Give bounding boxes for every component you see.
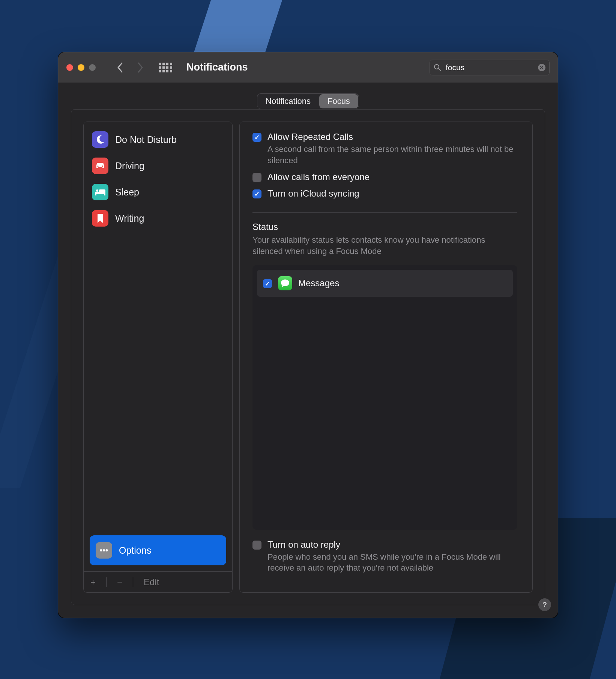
zoom-window-button[interactable] [89,64,96,71]
sidebar-footer: + − Edit [84,571,232,592]
mode-writing[interactable]: Writing [88,205,228,231]
svg-point-3 [102,165,103,167]
divider [106,577,107,587]
tab-bar: Notifications Focus [58,83,558,109]
checkbox[interactable] [252,133,261,142]
checkbox[interactable] [263,279,272,288]
mode-sleep[interactable]: Sleep [88,179,228,205]
svg-point-2 [97,165,98,167]
car-icon [92,158,108,174]
mode-label: Sleep [115,187,139,198]
checkbox[interactable] [252,541,261,550]
tab-notifications[interactable]: Notifications [257,94,319,109]
titlebar: Notifications focus ✕ [58,52,558,83]
options-label: Options [119,545,151,556]
bed-icon [92,184,108,200]
tab-focus[interactable]: Focus [319,94,358,108]
divider [133,577,133,587]
search-input-value: focus [446,63,533,72]
status-description: Your availability status lets contacts k… [252,234,517,257]
status-app-label: Messages [298,278,339,288]
mode-label: Driving [115,161,144,171]
focus-sidebar: Do Not Disturb Driving Sleep [83,122,233,593]
traffic-lights [66,64,96,71]
search-field[interactable]: focus ✕ [430,60,550,75]
option-label: Turn on iCloud syncing [267,188,517,199]
mode-label: Writing [115,213,144,224]
content-area: Do Not Disturb Driving Sleep [71,109,545,605]
checkbox[interactable] [252,173,261,182]
ellipsis-icon: ••• [96,542,112,559]
option-turn-on-auto-reply[interactable]: Turn on auto reply People who send you a… [252,539,517,574]
show-all-icon[interactable] [159,63,172,72]
option-allow-repeated-calls[interactable]: Allow Repeated Calls A second call from … [252,132,517,166]
option-allow-calls-from-everyone[interactable]: Allow calls from everyone [252,172,517,182]
option-turn-on-icloud-syncing[interactable]: Turn on iCloud syncing [252,188,517,199]
svg-point-0 [434,65,439,69]
svg-line-1 [439,69,441,71]
divider [252,212,517,213]
window-title: Notifications [186,62,425,73]
remove-focus-button[interactable]: − [117,577,122,587]
options-row[interactable]: ••• Options [90,535,226,565]
svg-rect-6 [104,194,105,195]
svg-rect-5 [95,194,96,195]
minimize-window-button[interactable] [78,64,84,71]
focus-mode-list: Do Not Disturb Driving Sleep [84,122,232,535]
moon-icon [92,131,108,148]
status-apps-box: Messages [252,265,517,530]
option-description: A second call from the same person withi… [267,144,517,166]
status-title: Status [252,222,517,232]
mode-driving[interactable]: Driving [88,153,228,179]
edit-button[interactable]: Edit [144,577,159,587]
mode-do-not-disturb[interactable]: Do Not Disturb [88,126,228,153]
search-icon [434,64,441,71]
forward-button[interactable] [132,62,148,73]
preferences-window: Notifications focus ✕ Notifications Focu… [58,52,558,618]
add-focus-button[interactable]: + [90,577,96,587]
svg-point-7 [96,189,98,192]
mode-label: Do Not Disturb [115,134,177,145]
back-button[interactable] [112,62,128,73]
close-window-button[interactable] [66,64,73,71]
help-button[interactable]: ? [538,598,551,611]
clear-search-button[interactable]: ✕ [538,64,545,71]
status-app-messages[interactable]: Messages [257,270,513,297]
option-label: Turn on auto reply [267,539,517,550]
option-label: Allow calls from everyone [267,172,517,182]
focus-options-pane: Allow Repeated Calls A second call from … [239,122,533,593]
svg-rect-4 [95,192,105,194]
bookmark-icon [92,210,108,227]
option-description: People who send you an SMS while you're … [267,551,517,574]
messages-icon [278,276,292,290]
option-label: Allow Repeated Calls [267,132,517,142]
checkbox[interactable] [252,189,261,198]
